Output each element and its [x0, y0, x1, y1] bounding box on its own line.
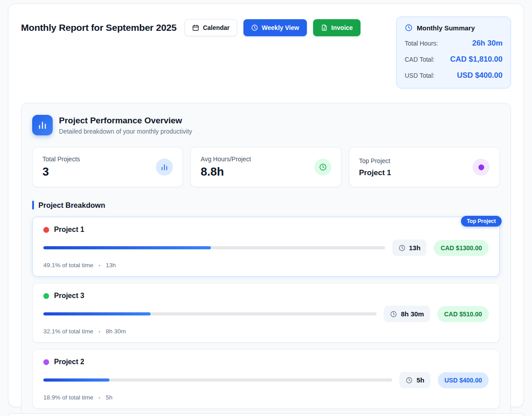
dot-separator: •: [99, 329, 101, 334]
overview-subtitle: Detailed breakdown of your monthly produ…: [59, 128, 192, 135]
project-list: Top Project Project 1 13h CAD $1: [32, 217, 500, 409]
invoice-button-label: Invoice: [331, 25, 353, 31]
dot-icon: [473, 159, 490, 176]
project-row-middle: 8h 30m CAD $510.00: [43, 306, 489, 322]
project-row-middle: 13h CAD $1300.00: [43, 240, 489, 256]
accent-bar: [32, 201, 34, 210]
clock-icon: [314, 159, 331, 176]
stat-value: 3: [42, 165, 80, 179]
monthly-summary-card: Monthly Summary Total Hours: 26h 30m CAD…: [396, 17, 511, 88]
project-color-dot: [43, 359, 49, 365]
dot-separator: •: [99, 395, 101, 400]
duration-text: 8h 30m: [106, 328, 126, 335]
amount-badge: CAD $1300.00: [434, 240, 489, 256]
project-name: Project 3: [54, 292, 84, 300]
time-badge-label: 13h: [409, 244, 421, 252]
project-color-dot: [43, 293, 49, 299]
progress-bar-fill: [43, 378, 109, 382]
summary-row-usd-total: USD Total: USD $400.00: [405, 71, 503, 80]
progress-bar: [43, 246, 385, 249]
dot-separator: •: [99, 263, 101, 268]
bar-chart-icon: [32, 115, 53, 135]
time-badge-label: 5h: [416, 376, 424, 384]
stat-card-total-projects: Total Projects 3: [32, 147, 183, 187]
share-of-total-text: 49.1% of total time: [43, 262, 93, 269]
page-title: Monthly Report for September 2025: [21, 22, 176, 33]
overview-title: Project Performance Overview: [59, 116, 192, 126]
duration-text: 13h: [106, 262, 116, 269]
stat-text: Avg Hours/Project 8.8h: [201, 155, 251, 179]
top-project-badge: Top Project: [461, 216, 502, 227]
project-row-footer: 32.1% of total time • 8h 30m: [43, 328, 489, 335]
stat-text: Total Projects 3: [42, 155, 80, 179]
summary-label: CAD Total:: [405, 56, 435, 63]
project-row: Project 3 8h 30m CAD $510.00 32.1%: [32, 283, 500, 343]
weekly-view-button-label: Weekly View: [262, 25, 299, 31]
monthly-summary-header: Monthly Summary: [405, 24, 503, 32]
calendar-button[interactable]: Calendar: [184, 19, 237, 36]
stats-row: Total Projects 3 Avg Hours/Project 8.8h: [32, 147, 500, 187]
summary-row-cad-total: CAD Total: CAD $1,810.00: [405, 55, 503, 64]
clock-icon: [251, 24, 258, 31]
time-badge: 8h 30m: [384, 306, 430, 322]
monthly-summary-title: Monthly Summary: [417, 24, 475, 32]
clock-icon: [406, 377, 413, 384]
project-breakdown-title: Project Breakdown: [38, 201, 105, 210]
stat-value: Project 1: [359, 168, 391, 177]
time-badge: 13h: [392, 240, 427, 256]
amount-badge: CAD $510.00: [437, 306, 489, 322]
stat-label: Top Project: [359, 157, 391, 164]
overview-header-text: Project Performance Overview Detailed br…: [59, 116, 192, 135]
invoice-icon: [321, 24, 328, 31]
weekly-view-button[interactable]: Weekly View: [243, 19, 307, 36]
stat-text: Top Project Project 1: [359, 157, 391, 177]
duration-text: 5h: [106, 394, 113, 401]
stat-value: 8.8h: [201, 165, 251, 179]
invoice-button[interactable]: Invoice: [313, 19, 360, 36]
clock-icon: [390, 311, 397, 318]
project-row: Top Project Project 1 13h CAD $1: [32, 217, 500, 277]
summary-value: 26h 30m: [472, 39, 503, 48]
amount-badge: USD $400.00: [438, 372, 489, 388]
project-row-footer: 49.1% of total time • 13h: [43, 262, 489, 269]
project-row-middle: 5h USD $400.00: [43, 372, 489, 388]
overview-header: Project Performance Overview Detailed br…: [32, 115, 500, 135]
clock-icon: [398, 244, 406, 252]
summary-row-total-hours: Total Hours: 26h 30m: [405, 39, 503, 48]
project-color-dot: [43, 227, 49, 233]
report-header: Monthly Report for September 2025 Calend…: [21, 17, 511, 88]
time-badge: 5h: [399, 372, 431, 388]
monthly-report-card: Monthly Report for September 2025 Calend…: [8, 4, 524, 407]
share-of-total-text: 32.1% of total time: [43, 328, 93, 335]
project-breakdown-header: Project Breakdown: [32, 201, 500, 210]
progress-bar-fill: [43, 246, 211, 249]
clock-icon: [405, 24, 413, 32]
bar-chart-icon: [156, 159, 173, 176]
top-project-dot: [478, 164, 484, 170]
summary-value: USD $400.00: [457, 71, 503, 80]
share-of-total-text: 18.9% of total time: [43, 394, 93, 401]
stat-card-top-project: Top Project Project 1: [349, 147, 500, 187]
project-name: Project 2: [54, 358, 84, 366]
project-row-header: Project 3: [43, 292, 489, 300]
summary-value: CAD $1,810.00: [450, 55, 503, 64]
summary-label: Total Hours:: [405, 40, 438, 47]
project-row: Project 2 5h USD $400.00 18.9% of: [32, 349, 500, 409]
project-row-header: Project 1: [43, 226, 489, 234]
next-card-edge: [8, 413, 524, 416]
stat-card-avg-hours: Avg Hours/Project 8.8h: [190, 147, 341, 187]
summary-label: USD Total:: [405, 72, 435, 79]
project-performance-section: Project Performance Overview Detailed br…: [21, 103, 511, 416]
progress-bar: [43, 312, 377, 315]
project-row-footer: 18.9% of total time • 5h: [43, 394, 489, 401]
project-row-header: Project 2: [43, 358, 489, 366]
project-name: Project 1: [54, 226, 84, 234]
time-badge-label: 8h 30m: [401, 310, 424, 318]
progress-bar: [43, 378, 392, 382]
stat-label: Avg Hours/Project: [201, 155, 251, 163]
stat-label: Total Projects: [42, 155, 80, 163]
calendar-icon: [192, 24, 199, 31]
calendar-button-label: Calendar: [203, 25, 230, 31]
progress-bar-fill: [43, 312, 151, 315]
header-left: Monthly Report for September 2025 Calend…: [21, 19, 360, 36]
